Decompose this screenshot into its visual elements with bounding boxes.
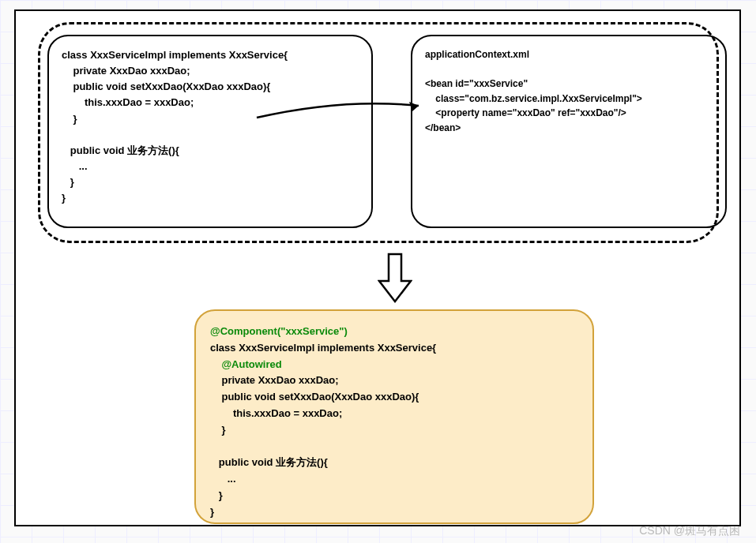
code-line: } [210,489,223,501]
code-line: ... [210,473,236,485]
code-line: } [210,424,226,436]
arrow-right-icon [253,102,434,133]
code-line: this.xxxDao = xxxDao; [210,407,342,419]
watermark-text: CSDN @斑马有点困 [639,524,740,538]
code-line: public void setXxxDao(XxxDao xxxDao){ [210,391,419,403]
annotated-service-impl-box: @Component("xxxService") class XxxServic… [194,309,594,524]
svg-marker-0 [409,102,419,111]
code-line: public void 业务方法(){ [210,456,328,468]
code-line: private XxxDao xxxDao; [210,374,339,386]
code-line: class XxxServiceImpl implements XxxServi… [210,342,436,354]
arrow-down-block-icon [378,253,412,308]
code-line: } [210,506,214,518]
annotation-autowired: @Autowired [210,358,282,370]
annotation-component: @Component("xxxService") [210,325,348,337]
outer-frame: class XxxServiceImpl implements XxxServi… [14,9,741,526]
